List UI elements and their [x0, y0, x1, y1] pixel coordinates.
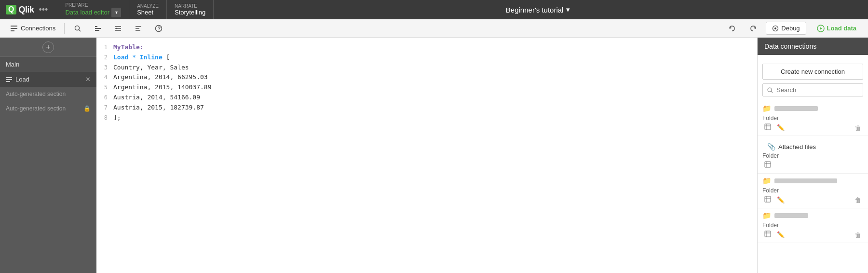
sidebar-load-left: Load [6, 76, 29, 83]
folder-icon-1: 📁 [762, 104, 772, 113]
prepare-label: Prepare [65, 2, 121, 8]
conn-1-label: Folder [762, 115, 863, 122]
prepare-dropdown[interactable]: ▾ [111, 8, 121, 17]
folder-icon-3: 📁 [762, 177, 772, 185]
connection-item-4: 📁 Folder ✏️ 🗑 [758, 208, 868, 243]
line-content-4: Argentina, 2014, 66295.03 [113, 72, 208, 82]
line-number-7: 7 [96, 103, 113, 112]
connections-icon [10, 24, 18, 33]
sidebar-load-section[interactable]: Load ✕ [0, 72, 96, 87]
code-line-2: 2 Load * Inline [ [96, 53, 757, 63]
redo-button[interactable] [745, 22, 762, 35]
conn-4-edit-btn[interactable]: ✏️ [775, 230, 787, 239]
line-content-6: Austria, 2014, 54166.09 [113, 93, 200, 103]
svg-text:?: ? [158, 26, 161, 31]
conn-3-table-btn[interactable] [762, 195, 773, 205]
connection-item-1: 📁 Folder ✏️ 🗑 [758, 101, 868, 136]
svg-rect-5 [95, 26, 97, 27]
conn-1-edit-btn[interactable]: ✏️ [775, 123, 787, 132]
svg-point-20 [774, 27, 776, 29]
code-line-8: 8 ]; [96, 113, 757, 123]
search-input[interactable] [776, 86, 859, 94]
sidebar-add-button[interactable]: + [42, 41, 54, 53]
code-line-5: 5 Argentina, 2015, 140037.89 [96, 82, 757, 93]
nav-section-narrate[interactable]: Narrate Storytelling [167, 0, 214, 19]
line-number-2: 2 [96, 53, 113, 62]
nav-section-prepare[interactable]: Prepare Data load editor ▾ [57, 0, 129, 19]
conn-1-actions: ✏️ 🗑 [762, 123, 863, 133]
tutorial-dropdown-icon[interactable]: ▾ [566, 5, 570, 14]
qlik-logo-text: Qlik [18, 5, 34, 15]
debug-button[interactable]: Debug [766, 22, 806, 35]
conn-3-edit-btn[interactable]: ✏️ [775, 195, 787, 205]
line-number-8: 8 [96, 113, 113, 123]
load-data-button[interactable]: Load data [810, 22, 863, 35]
svg-rect-23 [6, 77, 12, 78]
code-line-6: 6 Austria, 2014, 54166.09 [96, 93, 757, 103]
svg-rect-24 [6, 79, 12, 80]
conn-1-header: 📁 [762, 104, 863, 113]
line-content-3: Country, Year, Sales [113, 63, 189, 73]
conn-4-header: 📁 [762, 211, 863, 220]
search-box[interactable] [762, 83, 863, 96]
comment-icon [134, 24, 143, 33]
line-content-5: Argentina, 2015, 140037.89 [113, 82, 212, 93]
right-panel-body: Create new connection 📁 Folder ✏️ [758, 55, 868, 273]
load-section-close[interactable]: ✕ [85, 76, 91, 83]
connections-button[interactable]: Connections [5, 22, 60, 35]
toolbar: Connections ? Debug [0, 19, 868, 38]
conn-3-actions: ✏️ 🗑 [762, 195, 863, 205]
auto-gen-item-2[interactable]: Auto-generated section 🔒 [0, 101, 96, 116]
svg-rect-34 [765, 196, 771, 202]
analyze-label: Analyze [137, 3, 159, 9]
conn-4-name [774, 213, 808, 218]
svg-rect-0 [11, 26, 17, 27]
attached-actions [762, 160, 863, 170]
list-icon [6, 76, 13, 83]
conn-4-table-btn[interactable] [762, 230, 773, 240]
code-line-4: 4 Argentina, 2014, 66295.03 [96, 72, 757, 82]
create-connection-button[interactable]: Create new connection [762, 64, 863, 80]
svg-rect-25 [6, 81, 10, 82]
main-layout: + Main Load ✕ Auto-generated section Aut… [0, 38, 868, 273]
format-button[interactable] [89, 22, 107, 35]
folder-icon-4: 📁 [762, 211, 772, 220]
svg-marker-18 [754, 27, 756, 29]
top-navigation: Q Qlik ••• Prepare Data load editor ▾ An… [0, 0, 868, 19]
svg-marker-11 [116, 27, 118, 29]
sidebar-top: + [0, 38, 96, 57]
svg-rect-2 [11, 30, 14, 31]
conn-1-name [774, 106, 818, 111]
conn-4-actions: ✏️ 🗑 [762, 230, 863, 240]
conn-3-delete-btn[interactable]: 🗑 [853, 195, 863, 205]
attached-table-btn[interactable] [762, 160, 773, 170]
svg-rect-6 [95, 28, 101, 29]
svg-rect-1 [11, 28, 17, 29]
conn-3-header: 📁 [762, 177, 863, 185]
search-button[interactable] [68, 22, 87, 35]
svg-marker-17 [730, 27, 732, 29]
connection-item-3: 📁 Folder ✏️ 🗑 [758, 174, 868, 208]
svg-rect-28 [765, 124, 771, 130]
qlik-logo: Q Qlik [6, 5, 34, 15]
code-editor[interactable]: 1 MyTable: 2 Load * Inline [ 3 Country, … [96, 38, 757, 273]
qlik-q-logo: Q [6, 5, 16, 14]
conn-3-name [774, 178, 837, 183]
undo-button[interactable] [723, 22, 741, 35]
auto-gen-item-1[interactable]: Auto-generated section [0, 87, 96, 101]
indent-button[interactable] [109, 22, 127, 35]
line-number-3: 3 [96, 63, 113, 72]
search-box-icon [767, 87, 773, 94]
conn-1-delete-btn[interactable]: 🗑 [853, 123, 863, 133]
comment-button[interactable] [129, 22, 148, 35]
conn-3-label: Folder [762, 187, 863, 194]
code-line-3: 3 Country, Year, Sales [96, 63, 757, 73]
conn-1-table-btn[interactable] [762, 123, 773, 133]
right-panel-header: Data connections [758, 38, 868, 55]
attached-files-label: Attached files [778, 143, 816, 150]
indent-icon [114, 24, 122, 33]
conn-4-delete-btn[interactable]: 🗑 [853, 230, 863, 240]
nav-more-dots[interactable]: ••• [39, 5, 48, 15]
nav-section-analyze[interactable]: Analyze Sheet [129, 0, 167, 19]
help-button[interactable]: ? [149, 22, 168, 35]
